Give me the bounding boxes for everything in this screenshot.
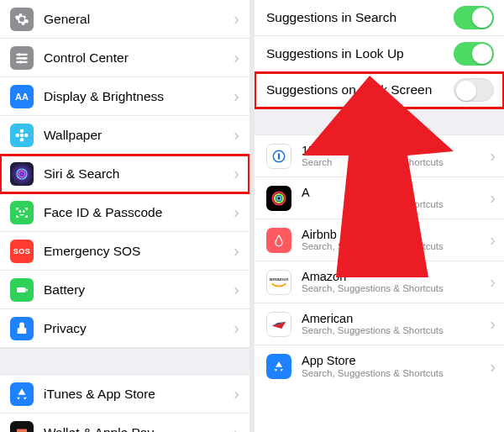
chevron-right-icon: › xyxy=(228,319,239,338)
app-american[interactable]: American Search, Suggestions & Shortcuts… xyxy=(255,303,504,345)
siri-icon xyxy=(10,162,34,186)
siri-search-panel: Suggestions in Search Suggestions in Loo… xyxy=(255,0,504,432)
row-emergency-sos[interactable]: SOS Emergency SOS › xyxy=(0,232,249,271)
chevron-right-icon: › xyxy=(490,230,496,250)
app-sub: Search, Suggestions & Shortcuts xyxy=(302,283,490,294)
row-label: Wallet & Apple Pay xyxy=(44,425,228,432)
row-battery[interactable]: Battery › xyxy=(0,271,249,309)
app-title: American xyxy=(302,312,490,326)
row-label: General xyxy=(44,12,228,27)
app-title: A xyxy=(302,186,490,200)
app-text: Airbnb Search, Suggestions & Shortcuts xyxy=(302,228,490,253)
svg-point-5 xyxy=(19,61,22,63)
row-faceid-passcode[interactable]: Face ID & Passcode › xyxy=(0,193,249,232)
toggle-switch[interactable] xyxy=(454,42,494,66)
svg-point-13 xyxy=(19,210,21,212)
app-icon xyxy=(266,144,291,169)
toggle-switch[interactable] xyxy=(454,78,494,102)
app-amazon[interactable]: amazon Amazon Search, Suggestions & Shor… xyxy=(255,261,504,303)
svg-rect-15 xyxy=(17,287,26,292)
chevron-right-icon: › xyxy=(228,164,239,183)
app-icon xyxy=(266,312,291,337)
row-label: Emergency SOS xyxy=(44,244,228,259)
toggle-switch[interactable] xyxy=(454,6,494,29)
chevron-right-icon: › xyxy=(490,314,496,334)
app-text: Amazon Search, Suggestions & Shortcuts xyxy=(302,270,490,295)
row-label: Face ID & Passcode xyxy=(44,205,228,220)
svg-rect-16 xyxy=(26,288,28,291)
app-text: A Search, Suggestions & Shortcuts xyxy=(302,186,490,211)
svg-rect-17 xyxy=(17,429,27,432)
app-title: 1Pass xyxy=(302,144,490,158)
toggle-suggestions-lookup[interactable]: Suggestions in Look Up xyxy=(255,36,504,72)
sliders-icon xyxy=(10,46,34,70)
app-sub: Search, Suggestions & Shortcuts xyxy=(302,199,490,210)
app-airbnb[interactable]: Airbnb Search, Suggestions & Shortcuts › xyxy=(255,219,504,261)
settings-left-panel: General › Control Center › AA Display & … xyxy=(0,0,255,432)
row-siri-search[interactable]: Siri & Search › xyxy=(0,155,249,193)
chevron-right-icon: › xyxy=(228,87,239,106)
chevron-right-icon: › xyxy=(490,146,496,166)
toggle-suggestions-lockscreen[interactable]: Suggestions on Lock Screen xyxy=(255,72,504,108)
row-wallet-applepay[interactable]: Wallet & Apple Pay › xyxy=(0,414,249,432)
row-label: Siri & Search xyxy=(44,166,228,182)
app-text: App Store Search, Suggestions & Shortcut… xyxy=(302,354,490,379)
sos-icon: SOS xyxy=(10,240,34,263)
chevron-right-icon: › xyxy=(228,424,239,433)
row-privacy[interactable]: Privacy › xyxy=(0,309,249,348)
row-label: Display & Brightness xyxy=(44,89,228,104)
app-sub: Search, Suggestions & Shortcuts xyxy=(302,241,490,252)
row-label: Battery xyxy=(44,282,228,298)
svg-point-9 xyxy=(16,133,20,137)
svg-rect-0 xyxy=(16,53,28,55)
app-appstore[interactable]: App Store Search, Suggestions & Shortcut… xyxy=(255,345,504,387)
svg-point-24 xyxy=(277,196,281,200)
app-icon: amazon xyxy=(266,270,291,295)
toggle-label: Suggestions in Look Up xyxy=(266,46,454,61)
svg-point-14 xyxy=(24,210,25,212)
chevron-right-icon: › xyxy=(490,272,496,292)
chevron-right-icon: › xyxy=(228,9,239,29)
app-activity[interactable]: A Search, Suggestions & Shortcuts › xyxy=(255,177,504,219)
section-spacer xyxy=(0,348,249,375)
chevron-right-icon: › xyxy=(228,203,239,222)
chevron-right-icon: › xyxy=(490,357,496,377)
row-general[interactable]: General › xyxy=(0,0,249,39)
app-title: Amazon xyxy=(302,270,490,284)
row-wallpaper[interactable]: Wallpaper › xyxy=(0,116,249,155)
app-text: 1Pass Search, Suggestions & Shortcuts xyxy=(302,144,490,169)
svg-point-7 xyxy=(20,129,24,133)
flower-icon xyxy=(10,124,34,147)
row-display-brightness[interactable]: AA Display & Brightness › xyxy=(0,77,249,116)
svg-point-4 xyxy=(23,56,25,59)
svg-rect-21 xyxy=(278,153,280,160)
appstore-icon xyxy=(10,382,34,406)
row-itunes-appstore[interactable]: iTunes & App Store › xyxy=(0,375,249,414)
app-title: Airbnb xyxy=(302,228,490,242)
chevron-right-icon: › xyxy=(228,280,239,299)
wallet-icon xyxy=(10,421,34,432)
svg-point-6 xyxy=(20,133,24,137)
svg-point-3 xyxy=(18,53,20,55)
chevron-right-icon: › xyxy=(228,48,239,67)
svg-point-10 xyxy=(24,133,29,137)
display-icon: AA xyxy=(10,85,34,108)
app-text: American Search, Suggestions & Shortcuts xyxy=(302,312,490,337)
app-sub: Search, Suggestions & Shortcuts xyxy=(302,368,490,379)
row-label: Privacy xyxy=(44,321,228,336)
gear-icon xyxy=(10,8,34,31)
svg-rect-1 xyxy=(16,57,28,59)
toggle-suggestions-search[interactable]: Suggestions in Search xyxy=(255,0,504,36)
row-label: iTunes & App Store xyxy=(44,387,228,402)
app-icon xyxy=(266,186,291,211)
toggle-label: Suggestions in Search xyxy=(266,10,454,25)
privacy-icon xyxy=(10,317,34,340)
row-control-center[interactable]: Control Center › xyxy=(0,39,249,77)
app-title: App Store xyxy=(302,354,490,368)
battery-icon xyxy=(10,278,34,302)
app-icon xyxy=(266,228,291,253)
svg-point-8 xyxy=(20,138,24,142)
app-sub: Search, Suggestions & Shortcuts xyxy=(302,325,490,336)
chevron-right-icon: › xyxy=(228,241,239,261)
app-1password[interactable]: 1Pass Search, Suggestions & Shortcuts › xyxy=(255,135,504,177)
